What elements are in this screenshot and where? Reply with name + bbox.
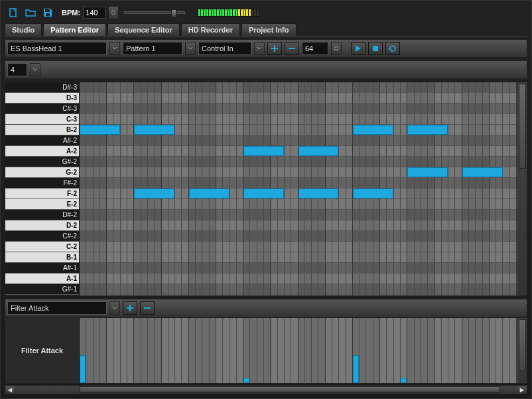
save-icon[interactable] (40, 6, 55, 19)
scroll-right-icon[interactable]: ► (517, 386, 527, 394)
piano-key[interactable]: C#-3 (5, 104, 79, 114)
zoom-select[interactable]: 4 (7, 63, 27, 76)
remove-lane-button[interactable] (140, 301, 155, 315)
pattern-select[interactable]: Pattern 1 (123, 42, 182, 55)
piano-keys[interactable]: D#-3D-3C#-3C-3B-2A#-2A-2G#-2G-2F#-2F-2E-… (5, 82, 80, 295)
midi-note[interactable] (243, 189, 284, 199)
midi-note[interactable] (189, 189, 230, 199)
horizontal-scrollbar[interactable]: ◄ ► (5, 385, 527, 394)
piano-key[interactable]: F#-2 (5, 178, 79, 189)
bpm-input[interactable] (83, 7, 105, 19)
midi-note[interactable] (462, 167, 503, 177)
piano-key[interactable]: C#-2 (5, 231, 79, 242)
top-toolbar: BPM: (5, 5, 527, 21)
vertical-scrollbar[interactable] (517, 82, 527, 295)
remove-button[interactable] (285, 42, 299, 55)
new-file-icon[interactable] (6, 6, 21, 19)
automation-point[interactable] (353, 355, 359, 383)
chevron-down-icon[interactable] (109, 42, 120, 55)
pattern-toolbar: ES BassHead 1 Pattern 1 Control In 64 (5, 39, 527, 58)
vertical-scrollbar[interactable] (517, 318, 527, 383)
stop-button[interactable] (368, 42, 383, 55)
chevron-down-icon[interactable] (185, 42, 196, 55)
automation-point[interactable] (401, 378, 407, 383)
loop-button[interactable] (385, 42, 400, 55)
add-button[interactable] (267, 42, 282, 55)
piano-key[interactable]: D-3 (5, 93, 79, 104)
piano-roll: D#-3D-3C#-3C-3B-2A#-2A-2G#-2G-2F#-2F-2E-… (5, 82, 527, 296)
tab-pattern-editor[interactable]: Pattern Editor (43, 23, 106, 36)
piano-key[interactable]: A-1 (5, 274, 79, 284)
svg-rect-2 (46, 13, 50, 16)
volume-slider[interactable] (124, 11, 185, 14)
automation-point[interactable] (80, 355, 86, 383)
piano-key[interactable]: D-2 (5, 220, 79, 231)
midi-note[interactable] (80, 125, 120, 135)
play-button[interactable] (351, 42, 366, 55)
piano-key[interactable]: C-2 (5, 242, 79, 252)
automation-toolbar: Filter Attack (5, 299, 527, 317)
bpm-label: BPM: (62, 9, 80, 17)
automation-lane: Filter Attack (5, 317, 527, 384)
piano-key[interactable]: G#-2 (5, 157, 79, 167)
midi-note[interactable] (407, 167, 448, 177)
piano-key[interactable]: E-2 (5, 199, 79, 210)
chevron-down-icon[interactable] (254, 42, 265, 55)
steps-input[interactable]: 64 (302, 42, 328, 55)
midi-note[interactable] (134, 189, 174, 199)
piano-key[interactable]: A-2 (5, 146, 79, 157)
open-folder-icon[interactable] (23, 6, 38, 19)
midi-note[interactable] (299, 189, 339, 199)
note-grid[interactable] (80, 82, 517, 295)
piano-key[interactable]: B-1 (5, 252, 79, 263)
piano-key[interactable]: D#-3 (5, 82, 79, 93)
piano-key[interactable]: C-3 (5, 114, 79, 125)
instrument-select[interactable]: ES BassHead 1 (7, 42, 107, 55)
chevron-down-icon[interactable] (109, 301, 120, 315)
scroll-left-icon[interactable]: ◄ (5, 386, 15, 394)
zoom-toolbar: 4 (5, 60, 527, 79)
piano-key[interactable]: G#-1 (5, 284, 79, 295)
piano-key[interactable]: B-2 (5, 125, 79, 135)
steps-stepper[interactable] (331, 42, 342, 55)
chevron-down-icon[interactable] (30, 63, 40, 76)
midi-note[interactable] (353, 125, 393, 135)
automation-point[interactable] (243, 378, 249, 383)
main-tabs: StudioPattern EditorSequence EditorHD Re… (5, 23, 527, 37)
control-select[interactable]: Control In (198, 42, 251, 55)
add-lane-button[interactable] (123, 301, 137, 315)
piano-key[interactable]: G-2 (5, 167, 79, 178)
midi-note[interactable] (299, 146, 339, 156)
bpm-stepper[interactable] (108, 6, 119, 19)
svg-rect-0 (10, 9, 16, 17)
tab-project-info[interactable]: Project Info (241, 23, 297, 36)
midi-note[interactable] (407, 125, 448, 135)
svg-rect-1 (45, 9, 50, 12)
midi-note[interactable] (353, 189, 393, 199)
piano-key[interactable]: D#-2 (5, 210, 79, 220)
tab-studio[interactable]: Studio (5, 23, 42, 36)
midi-note[interactable] (134, 125, 174, 135)
midi-note[interactable] (243, 146, 284, 156)
automation-grid[interactable] (80, 318, 517, 383)
piano-key[interactable]: F-2 (5, 189, 79, 199)
tab-sequence-editor[interactable]: Sequence Editor (107, 23, 180, 36)
tab-hd-recorder[interactable]: HD Recorder (181, 23, 240, 36)
vu-meter (197, 8, 260, 17)
piano-key[interactable]: A#-1 (5, 263, 79, 274)
svg-rect-3 (373, 46, 378, 51)
automation-param-select[interactable]: Filter Attack (7, 301, 107, 315)
piano-key[interactable]: A#-2 (5, 135, 79, 146)
automation-label: Filter Attack (5, 318, 80, 383)
